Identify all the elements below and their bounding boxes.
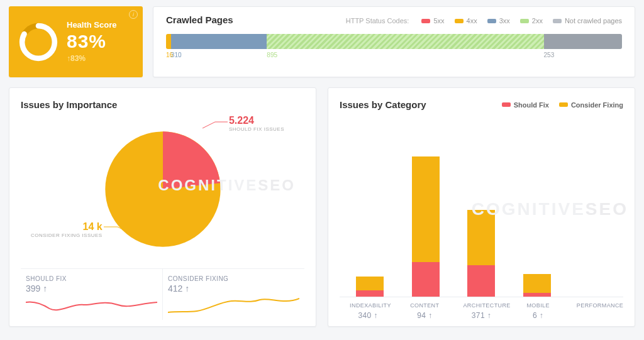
crawled-seg-not[interactable] xyxy=(544,34,622,49)
category-axis-cell: CONTENT94 ↑ xyxy=(406,302,443,320)
category-axis-cell: ARCHITECTURE371 ↑ xyxy=(463,302,499,320)
category-column[interactable] xyxy=(463,210,499,297)
health-score-ring xyxy=(19,23,58,62)
crawled-pages-title: Crawled Pages xyxy=(166,14,233,25)
category-legend: Should FixConsider Fixing xyxy=(502,101,623,109)
category-axis-cell: INDEXABILITY340 ↑ xyxy=(350,302,386,320)
crawled-seg-label: 16 xyxy=(166,52,171,58)
info-icon[interactable]: i xyxy=(129,10,138,19)
sparkline-card[interactable]: SHOULD FIX 399 ↑ xyxy=(21,269,163,320)
category-column[interactable] xyxy=(519,274,555,297)
legend-item[interactable]: Should Fix xyxy=(502,101,549,109)
health-score-card: i Health Score 83% ↑83% xyxy=(9,6,143,77)
category-axis: INDEXABILITY340 ↑CONTENT94 ↑ARCHITECTURE… xyxy=(340,302,623,320)
category-axis-cell: PERFORMANCE xyxy=(577,302,613,320)
category-bar-chart xyxy=(340,110,623,297)
legend-item[interactable]: 5xx xyxy=(421,17,444,25)
http-legend-label: HTTP Status Codes: xyxy=(346,17,409,25)
crawled-bar-labels: 16310895253 xyxy=(166,52,622,58)
issues-by-category-title: Issues by Category xyxy=(340,99,426,110)
legend-item[interactable]: 3xx xyxy=(487,17,510,25)
crawled-seg-4xx[interactable] xyxy=(166,34,171,49)
crawled-seg-3xx[interactable] xyxy=(171,34,267,49)
should-fix-value: 5.224 xyxy=(229,115,284,126)
crawled-seg-label: 253 xyxy=(544,52,622,58)
should-fix-label: SHOULD FIX ISSUES xyxy=(229,126,284,132)
legend-item[interactable]: Not crawled pages xyxy=(553,17,622,25)
sparkline-label: SHOULD FIX xyxy=(26,275,157,282)
crawled-bar xyxy=(166,34,622,49)
consider-fixing-callout: 14 k CONSIDER FIXING ISSUES xyxy=(31,221,103,238)
crawled-seg-label: 310 xyxy=(171,52,267,58)
health-score-title: Health Score xyxy=(67,20,116,30)
http-legend: HTTP Status Codes: 5xx4xx3xx2xxNot crawl… xyxy=(346,17,622,25)
issues-by-importance-panel: Issues by Importance COGNITIVESEO 5.224 xyxy=(9,87,316,327)
crawled-seg-2xx[interactable] xyxy=(267,34,543,49)
category-column[interactable] xyxy=(352,277,388,297)
legend-item[interactable]: 2xx xyxy=(520,17,543,25)
crawled-pages-card: Crawled Pages HTTP Status Codes: 5xx4xx3… xyxy=(153,6,635,77)
sparkline-card[interactable]: CONSIDER FIXING 412 ↑ xyxy=(163,269,304,320)
issues-by-importance-title: Issues by Importance xyxy=(21,99,117,110)
should-fix-callout: 5.224 SHOULD FIX ISSUES xyxy=(229,115,284,132)
crawled-seg-label: 895 xyxy=(267,52,543,58)
spark-row: SHOULD FIX 399 ↑ CONSIDER FIXING 412 ↑ xyxy=(21,268,304,320)
issues-by-category-panel: Issues by Category Should FixConsider Fi… xyxy=(328,87,635,327)
sparkline-label: CONSIDER FIXING xyxy=(168,275,299,282)
category-column[interactable] xyxy=(408,156,444,297)
legend-item[interactable]: Consider Fixing xyxy=(559,101,623,109)
consider-fixing-label: CONSIDER FIXING ISSUES xyxy=(31,233,103,238)
sparkline-value: 412 ↑ xyxy=(168,283,299,293)
health-score-value: 83% xyxy=(67,31,116,52)
category-axis-cell: MOBILE6 ↑ xyxy=(520,302,557,320)
consider-fixing-value: 14 k xyxy=(31,221,103,233)
sparkline-value: 399 ↑ xyxy=(26,283,157,293)
health-score-delta: ↑83% xyxy=(67,54,86,63)
legend-item[interactable]: 4xx xyxy=(455,17,477,25)
